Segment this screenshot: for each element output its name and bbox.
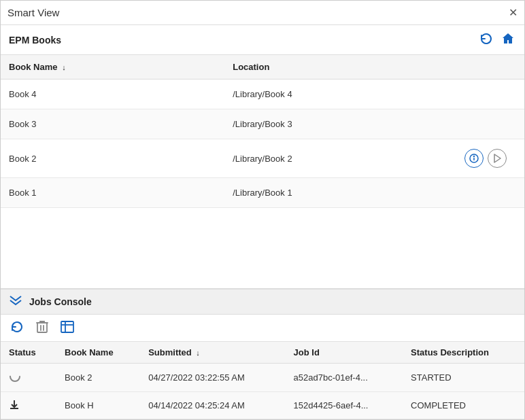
books-table-section: Book Name ↓ Location Book 4/Library/Book… [1,55,524,288]
col-job-book-name: Book Name [56,342,140,364]
table-row: Book 4/Library/Book 4 [1,80,524,109]
book-name-cell: Book 1 [1,178,224,208]
table-row: Book 2/Library/Book 2 [1,139,524,178]
col-actions [456,55,524,80]
col-status-desc: Status Description [403,342,524,364]
job-id-cell: a52ad7bc-01ef-4... [286,364,403,392]
table-row: Book 1/Library/Book 1 [1,178,524,208]
close-button[interactable]: ✕ [509,7,518,18]
status-spinner-icon [9,370,21,383]
job-id-cell: 152d4425-6aef-4... [286,392,403,419]
jobs-toolbar [1,315,524,342]
info-button[interactable] [464,149,484,168]
submitted-sort-icon[interactable]: ↓ [196,349,200,357]
job-status-desc-cell: STARTED [403,364,524,392]
actions-cell [456,178,524,208]
job-book-name-cell: Book 2 [56,364,140,392]
actions-cell [456,139,524,178]
header-icons [478,31,516,49]
jobs-header: Jobs Console [1,290,524,315]
jobs-section: Jobs Console [1,288,524,419]
svg-rect-4 [61,321,73,332]
window-title: Smart View [7,7,59,18]
play-button[interactable] [488,149,507,168]
job-submitted-cell: 04/27/2022 03:22:55 AM [140,364,285,392]
status-download-icon [9,399,20,410]
jobs-table-body: Book 204/27/2022 03:22:55 AMa52ad7bc-01e… [1,364,524,419]
epm-books-title: EPM Books [9,35,61,46]
jobs-list-button[interactable] [59,319,75,336]
col-submitted: Submitted ↓ [140,342,285,364]
main-content: Book Name ↓ Location Book 4/Library/Book… [1,55,524,419]
col-status: Status [1,342,56,364]
job-status-cell [1,364,56,392]
jobs-delete-button[interactable] [35,319,50,337]
actions-cell [456,80,524,109]
home-button[interactable] [500,31,516,49]
book-name-cell: Book 2 [1,139,224,178]
jobs-table: Status Book Name Submitted ↓ Job Id Stat… [1,342,524,419]
book-name-cell: Book 3 [1,109,224,139]
svg-point-7 [10,372,20,381]
book-name-sort-icon[interactable]: ↓ [62,63,66,71]
title-bar: Smart View ✕ [1,1,524,25]
smart-view-window: Smart View ✕ EPM Books [0,0,525,420]
jobs-refresh-button[interactable] [9,319,25,337]
jobs-table-header: Status Book Name Submitted ↓ Job Id Stat… [1,342,524,364]
job-status-desc-cell: COMPLETED [403,392,524,419]
actions-cell [456,109,524,139]
job-status-cell [1,392,56,419]
table-row: Book 204/27/2022 03:22:55 AMa52ad7bc-01e… [1,364,524,392]
jobs-collapse-icon[interactable] [9,295,22,309]
col-location: Location [224,55,456,80]
col-book-name: Book Name ↓ [1,55,224,80]
row-actions [464,149,516,168]
svg-rect-3 [37,323,47,332]
jobs-table-wrap: Status Book Name Submitted ↓ Job Id Stat… [1,342,524,419]
book-name-cell: Book 4 [1,80,224,109]
location-cell: /Library/Book 3 [224,109,456,139]
header-bar: EPM Books [1,25,524,55]
books-table-body: Book 4/Library/Book 4Book 3/Library/Book… [1,80,524,208]
job-submitted-cell: 04/14/2022 04:25:24 AM [140,392,285,419]
books-table-header: Book Name ↓ Location [1,55,524,80]
col-job-id: Job Id [286,342,403,364]
location-cell: /Library/Book 1 [224,178,456,208]
job-book-name-cell: Book H [56,392,140,419]
books-table: Book Name ↓ Location Book 4/Library/Book… [1,55,524,208]
table-row: Book H04/14/2022 04:25:24 AM152d4425-6ae… [1,392,524,419]
jobs-console-title: Jobs Console [29,296,92,307]
location-cell: /Library/Book 2 [224,139,456,178]
location-cell: /Library/Book 4 [224,80,456,109]
table-row: Book 3/Library/Book 3 [1,109,524,139]
refresh-button[interactable] [478,31,494,49]
svg-point-2 [474,156,475,157]
